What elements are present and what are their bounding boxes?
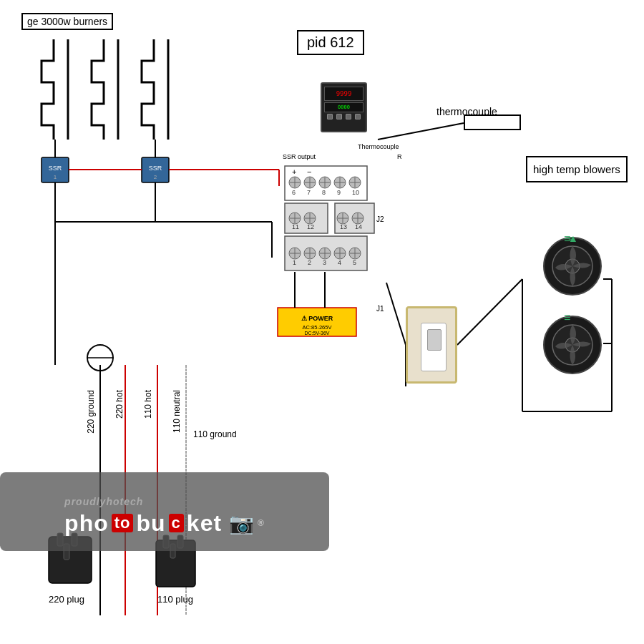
svg-text:DC:5V-36V: DC:5V-36V xyxy=(304,331,329,336)
svg-text:5: 5 xyxy=(353,259,356,266)
svg-text:6: 6 xyxy=(292,189,296,196)
110-plug-label: 110 plug xyxy=(157,594,193,605)
svg-line-16 xyxy=(386,283,406,345)
svg-text:1: 1 xyxy=(293,259,296,266)
switch-toggle xyxy=(427,329,441,351)
svg-text:7: 7 xyxy=(307,189,311,196)
110-ground-label: 110 ground xyxy=(193,429,237,439)
thermocouple-box xyxy=(464,114,521,130)
110-neutral-label: 110 neutral xyxy=(172,390,182,433)
svg-text:12: 12 xyxy=(307,223,314,230)
svg-text:10: 10 xyxy=(352,189,359,196)
diagram-container: SSR 1 SSR 2 xyxy=(0,0,644,644)
svg-text:+: + xyxy=(292,167,296,176)
svg-text:4: 4 xyxy=(338,259,341,266)
svg-text:13: 13 xyxy=(340,223,347,230)
svg-text:2: 2 xyxy=(308,259,311,266)
pid-buttons xyxy=(322,114,366,119)
svg-text:SSR: SSR xyxy=(149,165,162,172)
220-ground-label: 220 ground xyxy=(86,390,96,434)
svg-text:⚠ POWER: ⚠ POWER xyxy=(301,315,333,322)
watermark-line1: proudlyhotech xyxy=(64,487,143,510)
svg-text:14: 14 xyxy=(355,223,362,230)
svg-text:J2: J2 xyxy=(376,215,384,223)
svg-line-24 xyxy=(378,123,464,140)
svg-text:9: 9 xyxy=(337,189,341,196)
vent-arrow-bottom: ≡ xyxy=(564,311,570,324)
pid-btn-3 xyxy=(346,114,351,119)
220-plug-label: 220 plug xyxy=(49,594,84,605)
svg-text:R: R xyxy=(397,153,402,160)
watermark: proudlyhotech pho to bu c ket 📷 ® xyxy=(0,472,329,551)
switch-inner xyxy=(421,323,447,371)
pid-btn-2 xyxy=(336,114,342,119)
svg-text:AC:85-265V: AC:85-265V xyxy=(303,324,332,331)
220-hot-label: 220 hot xyxy=(114,390,125,419)
svg-text:11: 11 xyxy=(292,223,299,230)
blower-top: ▲ ≡ xyxy=(542,236,603,297)
watermark-line2: pho to bu c ket 📷 ® xyxy=(64,510,265,537)
blower-bottom xyxy=(542,315,603,376)
svg-line-18 xyxy=(457,279,522,345)
pid-display-top: 9999 xyxy=(324,87,364,101)
svg-text:8: 8 xyxy=(322,189,326,196)
pid-device: 9999 0000 xyxy=(321,82,367,132)
vent-arrow-top: ≡ xyxy=(564,233,570,245)
svg-text:SSR output: SSR output xyxy=(283,153,316,160)
svg-text:−: − xyxy=(307,167,311,176)
high-temp-blowers-label: high temp blowers xyxy=(526,156,628,182)
svg-text:J1: J1 xyxy=(376,305,384,313)
switch-plate xyxy=(406,306,457,384)
svg-text:1: 1 xyxy=(54,174,57,180)
svg-text:Thermocouple: Thermocouple xyxy=(358,143,399,150)
svg-text:SSR: SSR xyxy=(49,165,62,172)
110-hot-label: 110 hot xyxy=(143,390,153,419)
pid-btn-4 xyxy=(355,114,361,119)
pid-label: pid 612 xyxy=(297,30,364,55)
pid-btn-1 xyxy=(327,114,333,119)
svg-text:2: 2 xyxy=(154,174,157,180)
ge-burners-label: ge 3000w burners xyxy=(21,13,113,30)
svg-text:3: 3 xyxy=(323,259,326,266)
pid-display-bottom: 0000 xyxy=(324,102,364,112)
